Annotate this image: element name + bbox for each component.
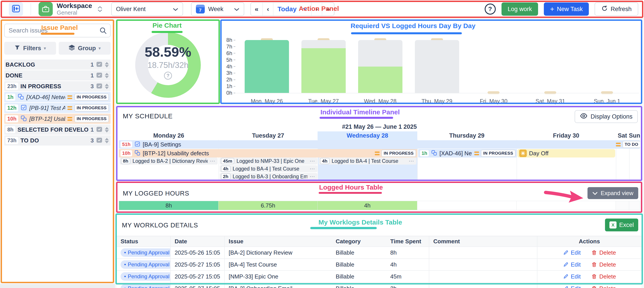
issue-row-pb-91[interactable]: 12h [PB-91] Test API - 548 IN PROGRESS: [4, 103, 110, 113]
ellipsis-menu-icon[interactable]: ⋯: [409, 158, 414, 164]
worklog-chip-tue-ba4[interactable]: 4h Logged to BA-4 | Test Course ⋯: [220, 165, 317, 172]
nav-first-button[interactable]: «: [251, 3, 263, 15]
calendar-check-icon[interactable]: [96, 72, 102, 79]
worklog-chip-wed-ba4[interactable]: 4h Logged to BA-4 | Test Course ⋯: [319, 157, 416, 164]
status-pending-approval[interactable]: •Pending Approval: [120, 260, 171, 269]
issue-group-in-progress[interactable]: 23h IN PROGRESS 3: [4, 81, 110, 91]
delete-button[interactable]: Delete: [591, 285, 616, 288]
search-input[interactable]: [4, 24, 110, 37]
edit-button[interactable]: Edit: [563, 249, 581, 256]
y-tick-label: 0h: [226, 90, 235, 96]
workspace-briefcase-icon: [38, 2, 53, 16]
worklog-details-panel: MY WORKLOG DETAILS X Excel Status Date I…: [116, 215, 641, 288]
logged-cell-saturday[interactable]: [616, 201, 629, 210]
chevron-down-icon: [592, 190, 598, 197]
period-select-value: Week: [208, 6, 230, 13]
logged-cell-tuesday[interactable]: 6.75h: [218, 201, 318, 210]
calendar-check-icon[interactable]: [96, 83, 102, 90]
cell-issue[interactable]: [NMP-33] Epic One: [225, 271, 332, 282]
ellipsis-menu-icon[interactable]: ⋯: [310, 166, 315, 172]
export-excel-button[interactable]: X Excel: [605, 219, 638, 231]
nav-next-button[interactable]: ›: [312, 3, 322, 15]
edit-button[interactable]: Edit: [563, 285, 581, 288]
day-header-thursday[interactable]: Thursday 29: [417, 131, 516, 140]
logged-cell-monday[interactable]: 8h: [119, 201, 218, 210]
help-icon[interactable]: ?: [164, 72, 172, 80]
cell-issue[interactable]: [BA-4] Test Course: [225, 259, 332, 270]
schedule-bar-ba9[interactable]: 51h [BA-9] Settings TO DO: [119, 140, 640, 149]
worklog-chip-mon-ba2[interactable]: 8h Logged to BA-2 | Dictionary Review ⋯: [120, 157, 218, 164]
period-select[interactable]: 7 Week: [191, 2, 244, 16]
schedule-bar-xad46[interactable]: 1h [XAD-46] Networking IN PROGRESS: [418, 149, 517, 157]
ellipsis-menu-icon[interactable]: ⋯: [310, 158, 315, 164]
delete-button[interactable]: Delete: [591, 273, 616, 280]
display-options-button[interactable]: Display Options: [575, 110, 638, 123]
day-header-tuesday[interactable]: Tuesday 27: [218, 131, 318, 140]
worklog-details-title: MY WORKLOG DETAILS: [122, 222, 198, 229]
group-button[interactable]: Group ▾: [59, 42, 110, 55]
user-select[interactable]: Oliver Kent: [111, 2, 183, 16]
search-icon[interactable]: [99, 26, 107, 35]
worklog-chip-tue-nmp33[interactable]: 45m Logged to NMP-33 | Epic One ⋯: [220, 157, 317, 164]
schedule-bar-day-off[interactable]: Day Off: [518, 149, 615, 157]
day-header-friday[interactable]: Friday 30: [516, 131, 616, 140]
status-pending-approval[interactable]: •Pending Approval: [120, 284, 171, 288]
day-header-monday[interactable]: Monday 26: [119, 131, 218, 140]
issue-group-backlog[interactable]: BACKLOG 1: [4, 59, 110, 70]
schedule-bar-btp12[interactable]: 10h [BTP-12] Usability defects IN PROGRE…: [119, 149, 417, 157]
sort-icon[interactable]: [105, 138, 109, 143]
logged-cell-thursday[interactable]: [417, 201, 516, 210]
workspace-switcher[interactable]: Workspace General: [38, 2, 102, 16]
required-bar[interactable]: [415, 40, 459, 93]
sort-icon[interactable]: [105, 127, 109, 133]
help-icon[interactable]: ?: [485, 3, 496, 14]
new-task-button[interactable]: + New Task: [544, 2, 589, 16]
delete-button[interactable]: Delete: [591, 261, 616, 268]
filters-button[interactable]: Filters ▾: [4, 42, 56, 55]
nav-last-button[interactable]: »: [322, 3, 334, 15]
logged-bar[interactable]: [302, 48, 346, 93]
calendar-check-icon[interactable]: [96, 137, 102, 144]
horizontal-scrollbar-area[interactable]: [0, 284, 115, 288]
day-header-sunday[interactable]: Sun: [629, 131, 640, 140]
issue-group-to-do[interactable]: 73h TO DO 3: [4, 135, 110, 145]
refresh-button[interactable]: Refresh: [594, 2, 638, 16]
cell-issue[interactable]: [BA-3] Onboarding Email: [225, 283, 332, 288]
issue-group-selected-for-development[interactable]: 8h SELECTED FOR DEVELOPMENT 1: [4, 125, 110, 135]
log-work-button[interactable]: Log work: [502, 2, 538, 16]
logged-cell-friday[interactable]: [516, 201, 616, 210]
nav-prev-button[interactable]: ‹: [263, 3, 274, 15]
chevron-down-icon[interactable]: [300, 5, 307, 13]
chevron-down-icon: [173, 6, 178, 13]
day-header-saturday[interactable]: Sat: [616, 131, 629, 140]
cell-time-spent: 4h: [386, 259, 429, 270]
logged-cell-wednesday[interactable]: 4h: [318, 201, 417, 210]
calendar-check-icon[interactable]: [96, 126, 102, 133]
issue-title: [PB-91] Test API - 548: [29, 105, 65, 112]
edit-button[interactable]: Edit: [563, 273, 581, 280]
collapse-sidebar-button[interactable]: [9, 2, 23, 16]
issue-group-done[interactable]: DONE 1: [4, 70, 110, 81]
issue-row-xad-46[interactable]: 1h [XAD-46] Networking IN PROGRESS: [4, 92, 110, 102]
logged-cell-sunday[interactable]: [629, 201, 640, 210]
sort-icon[interactable]: [105, 62, 109, 67]
worklog-chip-tue-ba3[interactable]: 2h Logged to BA-3 | Onboarding Email ⋯: [220, 173, 317, 180]
edit-button[interactable]: Edit: [563, 261, 581, 268]
worklog-row-ba2: •Pending Approval 2025-05-26 15:05 [BA-2…: [116, 247, 641, 259]
sort-icon[interactable]: [105, 84, 109, 89]
ellipsis-menu-icon[interactable]: ⋯: [210, 158, 216, 164]
logged-bar[interactable]: [358, 67, 402, 93]
expand-view-button[interactable]: Expand view: [588, 187, 638, 199]
ellipsis-menu-icon[interactable]: ⋯: [310, 173, 315, 180]
status-pending-approval[interactable]: •Pending Approval: [120, 248, 171, 257]
status-pending-approval[interactable]: •Pending Approval: [120, 272, 171, 281]
sort-icon[interactable]: [105, 73, 109, 78]
calendar-check-icon[interactable]: [96, 61, 102, 68]
delete-button[interactable]: Delete: [591, 249, 616, 256]
refresh-icon: [601, 5, 608, 13]
nav-today-button[interactable]: Today: [274, 3, 312, 15]
issue-row-btp-12[interactable]: 10h [BTP-12] Usability defects IN PROGRE…: [4, 114, 110, 124]
logged-bar[interactable]: [245, 40, 289, 93]
cell-issue[interactable]: [BA-2] Dictionary Review: [225, 247, 332, 258]
day-header-wednesday-today[interactable]: Wednesday 28: [318, 131, 417, 140]
